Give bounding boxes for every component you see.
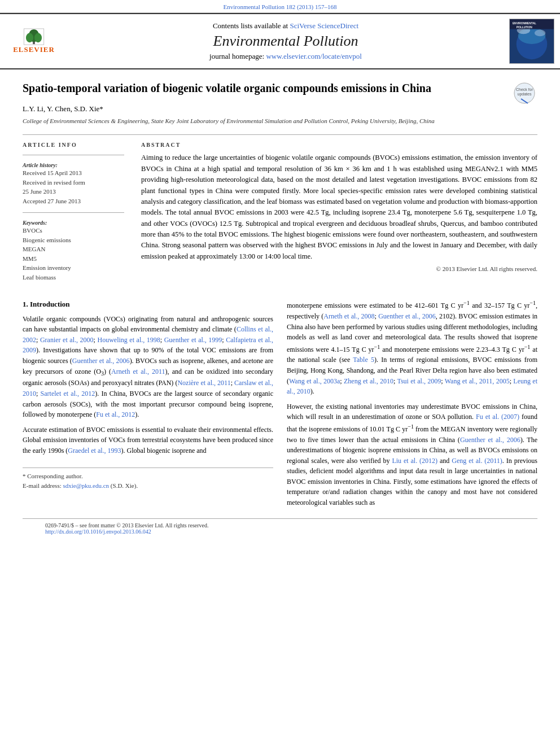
right-para2: However, the existing national inventori… xyxy=(287,401,537,508)
top-reference-bar: Environmental Pollution 182 (2013) 157–1… xyxy=(0,0,560,13)
graedel-ref[interactable]: Graedel et al., 1993 xyxy=(68,447,121,455)
svg-point-3 xyxy=(34,33,42,42)
guenther99-ref[interactable]: Guenther et al., 1999 xyxy=(164,336,222,344)
email-link[interactable]: sdxie@pku.edu.cn xyxy=(63,482,109,489)
guenther06-ref[interactable]: Guenther et al., 2006 xyxy=(72,357,130,365)
noziere-ref[interactable]: Nozière et al., 2011 xyxy=(177,379,230,387)
history-label: Article history: xyxy=(23,162,124,168)
granier-ref[interactable]: Granier et al., 2000 xyxy=(40,336,94,344)
authors-line: L.Y. Li, Y. Chen, S.D. Xie* xyxy=(23,104,537,113)
wang03a-ref[interactable]: Wang et al., 2003a xyxy=(289,377,340,385)
journal-header: ELSEVIER Contents lists available at Sci… xyxy=(0,13,560,69)
body-left-column: 1. Introduction Volatile organic compoun… xyxy=(23,299,273,512)
journal-center: Contents lists available at SciVerse Sci… xyxy=(68,21,504,61)
fu12-ref[interactable]: Fu et al., 2012 xyxy=(96,410,135,418)
doi-line: http://dx.doi.org/10.1016/j.envpol.2013.… xyxy=(45,528,515,535)
keywords-section: Keywords: BVOCs Biogenic emissions MEGAN… xyxy=(23,220,124,282)
homepage-line: journal homepage: www.elsevier.com/locat… xyxy=(68,52,504,61)
body-content: 1. Introduction Volatile organic compoun… xyxy=(23,299,537,512)
svg-text:ENVIRONMENTAL: ENVIRONMENTAL xyxy=(513,22,536,25)
paper-title: Spatio-temporal variation of biogenic vo… xyxy=(23,81,537,95)
keyword-emission: Emission inventory xyxy=(23,263,124,273)
intro-para1: Volatile organic compounds (VOCs) origin… xyxy=(23,314,273,420)
right-para1: monoterpene emissions were estimated to … xyxy=(287,299,537,396)
affiliation-text: College of Environmental Sciences & Engi… xyxy=(23,117,537,125)
keywords-label: Keywords: xyxy=(23,220,124,226)
paper-title-row: Spatio-temporal variation of biogenic vo… xyxy=(23,81,537,95)
abstract-text: Aiming to reduce the large uncertainties… xyxy=(141,152,537,262)
doi-link[interactable]: http://dx.doi.org/10.1016/j.envpol.2013.… xyxy=(45,528,151,535)
arneth11-ref[interactable]: Arneth et al., 2011 xyxy=(111,368,165,375)
svg-text:Check for: Check for xyxy=(516,88,533,91)
svg-text:updates: updates xyxy=(518,92,532,97)
houweling-ref[interactable]: Houweling et al., 1998 xyxy=(97,336,160,344)
body-right-column: monoterpene emissions were estimated to … xyxy=(287,299,537,512)
email-suffix: (S.D. Xie). xyxy=(111,482,138,489)
keywords-divider xyxy=(23,212,124,213)
contents-available-text: Contents lists available at xyxy=(213,21,288,30)
email-label: E-mail address: xyxy=(23,482,62,489)
homepage-url[interactable]: www.elsevier.com/locate/envpol xyxy=(266,52,362,60)
copyright-notice: © 2013 Elsevier Ltd. All rights reserved… xyxy=(141,265,537,272)
keyword-leaf: Leaf biomass xyxy=(23,273,124,282)
homepage-label: journal homepage: xyxy=(209,52,264,60)
journal-title: Environmental Pollution xyxy=(68,33,504,50)
guenther06c-ref[interactable]: Guenther et al., 2006 xyxy=(460,436,520,444)
cover-thumbnail: ENVIRONMENTAL POLLUTION xyxy=(509,19,554,64)
footnote-email-line: E-mail address: sdxie@pku.edu.cn (S.D. X… xyxy=(23,481,273,491)
footnote-star: * Corresponding author. xyxy=(23,471,273,481)
sciverse-line: Contents lists available at SciVerse Sci… xyxy=(68,21,504,30)
elsevier-logo: ELSEVIER xyxy=(6,27,62,55)
article-content: Spatio-temporal variation of biogenic vo… xyxy=(0,69,560,549)
sciverse-link[interactable]: SciVerse ScienceDirect xyxy=(290,21,358,30)
article-history: Article history: Received 15 April 2013 … xyxy=(23,162,124,206)
sartelet-ref[interactable]: Sartelet et al., 2012 xyxy=(41,390,95,397)
crossmark-icon: Check for updates xyxy=(512,81,537,106)
accepted-date: Accepted 27 June 2013 xyxy=(23,196,124,206)
info-divider xyxy=(23,155,124,155)
guenther06b-ref[interactable]: Guenther et al., 2006 xyxy=(378,312,436,320)
geng11-ref[interactable]: Geng et al. (2011) xyxy=(452,457,502,465)
elsevier-brand-text: ELSEVIER xyxy=(13,45,55,54)
body-two-col: 1. Introduction Volatile organic compoun… xyxy=(23,299,537,512)
elsevier-tree-icon xyxy=(23,28,45,45)
arneth08-ref[interactable]: Arneth et al., 2008 xyxy=(323,312,374,320)
intro-heading: 1. Introduction xyxy=(23,299,273,310)
info-abstract-section: ARTICLE INFO Article history: Received 1… xyxy=(23,142,537,287)
table5-ref[interactable]: Table 5 xyxy=(353,356,374,364)
received-date: Received 15 April 2013 xyxy=(23,168,124,178)
revised-date: Received in revised form25 June 2013 xyxy=(23,178,124,196)
abstract-label: ABSTRACT xyxy=(141,142,537,148)
keyword-bvocs: BVOCs xyxy=(23,226,124,235)
article-info-column: ARTICLE INFO Article history: Received 1… xyxy=(23,142,124,287)
crossmark-badge: Check for updates xyxy=(512,81,537,106)
issn-line: 0269-7491/$ – see front matter © 2013 El… xyxy=(45,522,515,528)
and-text: and xyxy=(377,366,387,374)
keyword-biogenic: Biogenic emissions xyxy=(23,235,124,245)
journal-cover-image: ENVIRONMENTAL POLLUTION xyxy=(509,19,554,64)
keyword-megan: MEGAN xyxy=(23,244,124,254)
article-info-label: ARTICLE INFO xyxy=(23,142,124,148)
abstract-column: ABSTRACT Aiming to reduce the large unce… xyxy=(141,142,537,287)
zheng10-ref[interactable]: Zheng et al., 2010 xyxy=(344,377,393,385)
svg-text:POLLUTION: POLLUTION xyxy=(517,26,533,29)
wang11-ref[interactable]: Wang et al., 2011, 2005 xyxy=(445,377,510,385)
intro-para2: Accurate estimation of BVOC emissions is… xyxy=(23,425,273,456)
journal-ref-text: Environmental Pollution 182 (2013) 157–1… xyxy=(223,3,336,10)
footnote-area: * Corresponding author. E-mail address: … xyxy=(23,468,273,491)
footnote-star-text: * Corresponding author. xyxy=(23,473,83,479)
keyword-mm5: MM5 xyxy=(23,254,124,264)
svg-point-2 xyxy=(26,33,33,42)
cover-svg: ENVIRONMENTAL POLLUTION xyxy=(509,19,554,63)
liu12-ref[interactable]: Liu et al. (2012) xyxy=(392,457,438,465)
svg-point-9 xyxy=(535,30,546,37)
intro-heading-text: 1. Introduction xyxy=(23,300,70,308)
fu07-ref[interactable]: Fu et al. (2007) xyxy=(476,413,519,421)
header-divider xyxy=(23,134,537,135)
bottom-bar: 0269-7491/$ – see front matter © 2013 El… xyxy=(23,518,537,538)
tsui09-ref[interactable]: Tsui et al., 2009 xyxy=(397,377,441,385)
